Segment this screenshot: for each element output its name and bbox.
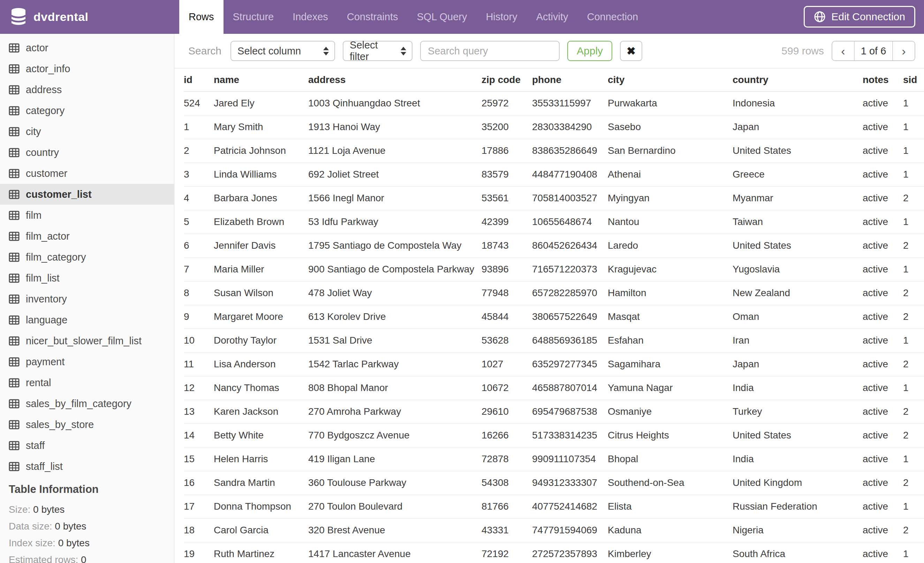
cell-phone[interactable]: 517338314235	[532, 423, 608, 447]
column-header-address[interactable]: address	[308, 68, 482, 92]
cell-phone[interactable]: 990911107354	[532, 447, 608, 471]
cell-name[interactable]: Helen Harris	[214, 447, 308, 471]
cell-address[interactable]: 320 Brest Avenue	[308, 518, 482, 542]
cell-phone[interactable]: 10655648674	[532, 210, 608, 234]
cell-id[interactable]: 1	[184, 115, 214, 139]
cell-phone[interactable]: 465887807014	[532, 376, 608, 400]
cell-sid[interactable]: 2	[903, 471, 924, 495]
cell-address[interactable]: 1913 Hanoi Way	[308, 115, 482, 139]
tab-activity[interactable]: Activity	[527, 0, 578, 34]
cell-name[interactable]: Karen Jackson	[214, 400, 308, 423]
cell-id[interactable]: 524	[184, 92, 214, 115]
cell-address[interactable]: 360 Toulouse Parkway	[308, 471, 482, 495]
cell-country[interactable]: Iran	[733, 329, 862, 352]
cell-id[interactable]: 12	[184, 376, 214, 400]
cell-city[interactable]: Masqat	[608, 305, 733, 329]
cell-address[interactable]: 770 Bydgoszcz Avenue	[308, 423, 482, 447]
sidebar-item-film[interactable]: film	[0, 205, 174, 226]
table-row[interactable]: 18Carol Garcia320 Brest Avenue4333174779…	[184, 518, 924, 542]
cell-address[interactable]: 270 Toulon Boulevard	[308, 495, 482, 518]
cell-sid[interactable]: 1	[903, 447, 924, 471]
cell-notes[interactable]: active	[862, 281, 903, 305]
cell-notes[interactable]: active	[862, 305, 903, 329]
cell-phone[interactable]: 380657522649	[532, 305, 608, 329]
table-row[interactable]: 15Helen Harris419 Iligan Lane72878990911…	[184, 447, 924, 471]
cell-country[interactable]: United Kingdom	[733, 471, 862, 495]
column-header-sid[interactable]: sid	[903, 68, 924, 92]
next-page-button[interactable]: ›	[893, 42, 915, 60]
cell-zip-code[interactable]: 93896	[482, 257, 532, 281]
sidebar-item-actor[interactable]: actor	[0, 38, 174, 58]
cell-address[interactable]: 478 Joliet Way	[308, 281, 482, 305]
cell-notes[interactable]: active	[862, 376, 903, 400]
cell-city[interactable]: Laredo	[608, 234, 733, 257]
table-row[interactable]: 7Maria Miller900 Santiago de Compostela …	[184, 257, 924, 281]
table-row[interactable]: 5Elizabeth Brown53 Idfu Parkway423991065…	[184, 210, 924, 234]
cell-country[interactable]: Japan	[733, 352, 862, 376]
cell-sid[interactable]: 1	[903, 92, 924, 115]
cell-sid[interactable]: 2	[903, 281, 924, 305]
table-row[interactable]: 1Mary Smith1913 Hanoi Way352002830338429…	[184, 115, 924, 139]
cell-country[interactable]: Turkey	[733, 400, 862, 423]
cell-phone[interactable]: 35533115997	[532, 92, 608, 115]
cell-country[interactable]: South Africa	[733, 542, 862, 563]
cell-country[interactable]: Greece	[733, 162, 862, 186]
column-header-city[interactable]: city	[608, 68, 733, 92]
table-row[interactable]: 2Patricia Johnson1121 Loja Avenue1788683…	[184, 139, 924, 162]
cell-sid[interactable]: 1	[903, 139, 924, 162]
cell-notes[interactable]: active	[862, 257, 903, 281]
cell-address[interactable]: 1003 Qinhuangdao Street	[308, 92, 482, 115]
column-header-id[interactable]: id	[184, 68, 214, 92]
cell-address[interactable]: 1795 Santiago de Compostela Way	[308, 234, 482, 257]
cell-name[interactable]: Elizabeth Brown	[214, 210, 308, 234]
cell-name[interactable]: Dorothy Taylor	[214, 329, 308, 352]
tab-sql-query[interactable]: SQL Query	[407, 0, 476, 34]
column-header-country[interactable]: country	[733, 68, 862, 92]
cell-zip-code[interactable]: 53561	[482, 186, 532, 210]
sidebar-item-customer[interactable]: customer	[0, 163, 174, 184]
cell-sid[interactable]: 1	[903, 376, 924, 400]
edit-connection-button[interactable]: Edit Connection	[804, 6, 915, 27]
cell-sid[interactable]: 2	[903, 305, 924, 329]
table-row[interactable]: 17Donna Thompson270 Toulon Boulevard8176…	[184, 495, 924, 518]
tab-structure[interactable]: Structure	[224, 0, 284, 34]
cell-address[interactable]: 808 Bhopal Manor	[308, 376, 482, 400]
cell-name[interactable]: Lisa Anderson	[214, 352, 308, 376]
sidebar-item-city[interactable]: city	[0, 121, 174, 142]
cell-zip-code[interactable]: 17886	[482, 139, 532, 162]
previous-page-button[interactable]: ‹	[832, 42, 854, 60]
cell-name[interactable]: Barbara Jones	[214, 186, 308, 210]
cell-notes[interactable]: active	[862, 329, 903, 352]
cell-notes[interactable]: active	[862, 423, 903, 447]
cell-notes[interactable]: active	[862, 352, 903, 376]
tab-rows[interactable]: Rows	[179, 0, 224, 34]
cell-id[interactable]: 2	[184, 139, 214, 162]
cell-notes[interactable]: active	[862, 471, 903, 495]
cell-zip-code[interactable]: 72878	[482, 447, 532, 471]
cell-address[interactable]: 900 Santiago de Compostela Parkway	[308, 257, 482, 281]
cell-id[interactable]: 18	[184, 518, 214, 542]
cell-phone[interactable]: 448477190408	[532, 162, 608, 186]
cell-id[interactable]: 10	[184, 329, 214, 352]
table-row[interactable]: 12Nancy Thomas808 Bhopal Manor1067246588…	[184, 376, 924, 400]
apply-button[interactable]: Apply	[567, 41, 612, 61]
cell-sid[interactable]: 2	[903, 518, 924, 542]
cell-city[interactable]: Esfahan	[608, 329, 733, 352]
cell-country[interactable]: Indonesia	[733, 92, 862, 115]
cell-notes[interactable]: active	[862, 115, 903, 139]
column-header-phone[interactable]: phone	[532, 68, 608, 92]
table-row[interactable]: 4Barbara Jones1566 Inegl Manor5356170581…	[184, 186, 924, 210]
cell-notes[interactable]: active	[862, 186, 903, 210]
cell-phone[interactable]: 28303384290	[532, 115, 608, 139]
column-select[interactable]: Select column	[231, 41, 335, 61]
cell-address[interactable]: 1542 Tarlac Parkway	[308, 352, 482, 376]
sidebar-item-rental[interactable]: rental	[0, 372, 174, 393]
cell-id[interactable]: 15	[184, 447, 214, 471]
sidebar-item-language[interactable]: language	[0, 309, 174, 330]
cell-name[interactable]: Carol Garcia	[214, 518, 308, 542]
cell-city[interactable]: Kaduna	[608, 518, 733, 542]
table-row[interactable]: 8Susan Wilson478 Joliet Way7794865728228…	[184, 281, 924, 305]
table-row[interactable]: 16Sandra Martin360 Toulouse Parkway54308…	[184, 471, 924, 495]
cell-address[interactable]: 692 Joliet Street	[308, 162, 482, 186]
cell-country[interactable]: Oman	[733, 305, 862, 329]
